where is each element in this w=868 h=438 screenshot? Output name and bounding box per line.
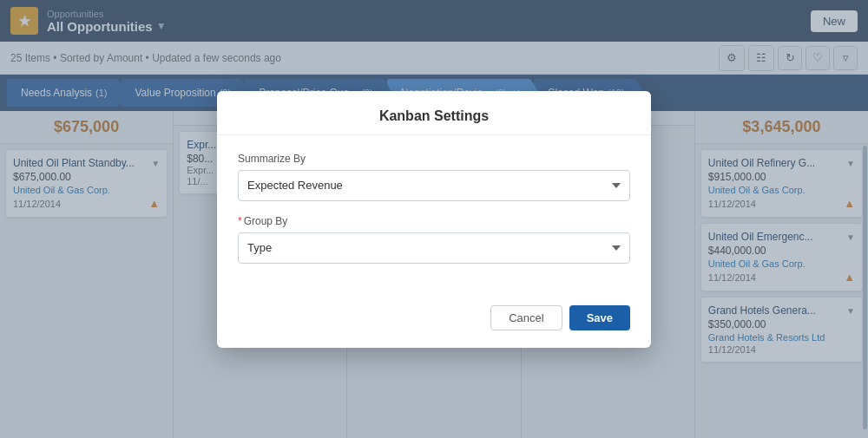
modal-title: Kanban Settings (217, 91, 651, 135)
summarize-by-group: Summarize By Expected Revenue Revenue Co… (238, 153, 630, 201)
cancel-button[interactable]: Cancel (490, 305, 562, 330)
save-button[interactable]: Save (569, 305, 630, 330)
kanban-settings-modal: Kanban Settings Summarize By Expected Re… (217, 91, 651, 348)
summarize-by-label: Summarize By (238, 153, 630, 165)
group-by-select[interactable]: Type Stage Salesperson Company (238, 232, 630, 264)
group-by-group: Group By Type Stage Salesperson Company (238, 215, 630, 264)
modal-overlay: Kanban Settings Summarize By Expected Re… (0, 0, 868, 438)
modal-body: Summarize By Expected Revenue Revenue Co… (217, 135, 651, 295)
summarize-by-select[interactable]: Expected Revenue Revenue Count (238, 170, 630, 201)
modal-footer: Cancel Save (217, 295, 651, 348)
group-by-label: Group By (238, 215, 630, 227)
